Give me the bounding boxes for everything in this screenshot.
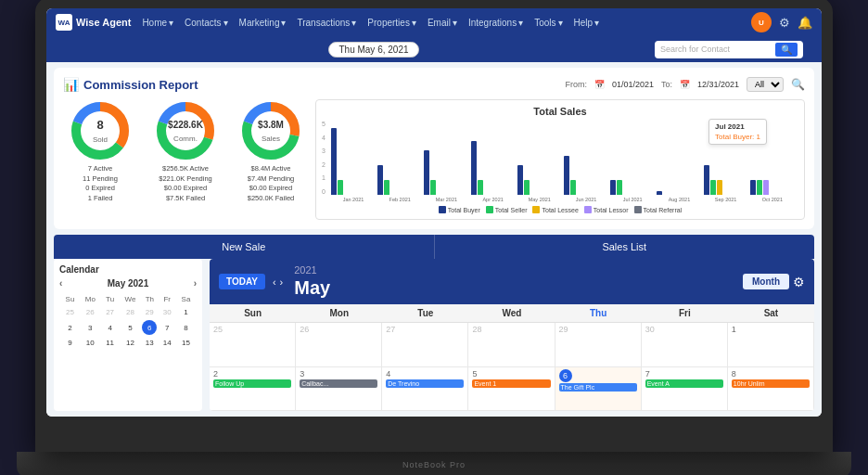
mini-day-12[interactable]: 12 [121,337,141,349]
logo-text: Wise Agent [76,17,131,28]
search-button[interactable]: 🔍 [775,43,798,57]
day-col-sun: Sun [210,304,296,322]
cal-event-followup[interactable]: Follow Up [213,379,291,388]
big-cal-month: May [294,277,330,299]
notification-icon[interactable]: 🔔 [798,16,812,30]
bar-mar [424,150,468,195]
cal-next-arrow[interactable]: › [280,276,284,288]
day-header-sa: Sa [177,294,195,304]
mini-day-5[interactable]: 5 [121,320,141,335]
cal-day-7[interactable]: 7 Event A [642,367,728,412]
mini-day-15[interactable]: 15 [177,337,195,349]
mini-day-2[interactable]: 2 [61,320,79,335]
chart-legend: Total Buyer Total Seller Total Lessee [322,206,798,213]
sales-list-button[interactable]: Sales List [434,235,815,259]
day-header-th: Th [142,294,157,304]
nav-help[interactable]: Help ▾ [572,18,602,28]
nav-transactions[interactable]: Transactions ▾ [295,18,358,28]
new-sale-button[interactable]: New Sale [54,235,434,259]
cal-day-25[interactable]: 25 [210,323,296,367]
chart-title: Total Sales [322,106,798,117]
cal-event-5[interactable]: Event 1 [472,379,550,388]
nav-marketing[interactable]: Marketing ▾ [237,18,288,28]
mini-day-30[interactable]: 30 [159,306,175,318]
bar-aug [657,191,701,195]
to-value: 12/31/2021 [697,80,739,89]
month-view-button[interactable]: Month [743,274,789,289]
mini-day-11[interactable]: 11 [102,337,119,349]
cal-event-detrevino[interactable]: De Trevino [386,379,464,388]
mini-day-9[interactable]: 9 [61,337,79,349]
day-col-wed: Wed [468,304,555,322]
nav-integrations[interactable]: Integrations ▾ [466,18,525,28]
nav-contacts[interactable]: Contacts ▾ [183,18,229,28]
subheader: Thu May 6, 2021 Search for Contact 🔍 [46,36,822,62]
cal-day-26[interactable]: 26 [296,323,382,367]
donut-comm-value: $228.6K Comm. [168,118,203,144]
mini-day-27[interactable]: 27 [102,306,119,318]
day-col-tue: Tue [382,304,468,322]
donut-chart-sold: 8 Sold [69,99,132,162]
bar-may [517,165,562,195]
bar-feb [377,165,422,195]
mini-day-10[interactable]: 10 [81,337,100,349]
cal-day-3[interactable]: 3 Callbac... [296,367,382,412]
bar-jun [564,156,608,195]
big-cal-header: TODAY ‹ › 2021 May Month [210,259,814,304]
donut-chart-sales: $3.8M Sales [239,99,302,162]
cal-event-giftplc[interactable]: The Gift Plc [559,383,637,392]
mini-day-7[interactable]: 7 [159,320,175,335]
cal-settings-icon[interactable]: ⚙ [793,275,805,289]
nav-home[interactable]: Home ▾ [140,18,175,28]
user-avatar[interactable]: U [751,12,772,32]
nav-tools[interactable]: Tools ▾ [532,18,564,28]
mini-day-29[interactable]: 29 [142,306,157,318]
cal-event-10hr[interactable]: 10hr Unlim [732,379,810,388]
search-filter-icon[interactable]: 🔍 [791,78,805,91]
cal-day-6-today[interactable]: 6 The Gift Plc [555,367,642,412]
cal-day-1[interactable]: 1 [728,323,814,367]
cal-day-2[interactable]: 2 Follow Up [210,367,296,412]
mini-day-26[interactable]: 26 [81,306,100,318]
mini-cal-grid: Su Mo Tu We Th Fr Sa [59,292,197,351]
cal-day-28[interactable]: 28 [468,323,555,367]
cal-day-4[interactable]: 4 De Trevino [382,367,468,412]
mini-day-1[interactable]: 1 [177,306,195,318]
donut-comm-stats: $256.5K Active$221.0K Pending$0.00 Expir… [159,164,212,203]
bar-jul [610,180,655,195]
donut-sold-stats: 7 Active11 Pending0 Expired1 Failed [83,164,118,203]
nav-properties[interactable]: Properties ▾ [365,18,418,28]
donut-comm: $228.6K Comm. $256.5K Active$221.0K Pend… [148,99,223,203]
main-area: 📊 Commission Report From: 📅 01/01/2021 T… [46,62,822,417]
mini-cal-header: ‹ May 2021 › [59,278,197,289]
cal-event-3[interactable]: Callbac... [300,379,377,388]
cal-day-30[interactable]: 30 [642,323,728,367]
donut-chart-comm: $228.6K Comm. [154,99,217,162]
mini-day-8[interactable]: 8 [177,320,195,335]
cal-prev-arrow[interactable]: ‹ [273,276,276,288]
filter-select[interactable]: All [747,77,784,92]
mini-cal-next[interactable]: › [194,278,197,289]
nav-email[interactable]: Email ▾ [426,18,459,28]
mini-day-6-today[interactable]: 6 [142,320,157,335]
day-col-mon: Mon [296,304,382,322]
cal-day-5[interactable]: 5 Event 1 [468,367,555,412]
cal-event-7[interactable]: Event A [645,379,723,388]
mini-day-14[interactable]: 14 [159,337,175,349]
mini-day-28[interactable]: 28 [121,306,141,318]
from-value: 01/01/2021 [612,80,654,89]
cal-day-27[interactable]: 27 [382,323,468,367]
date-badge: Thu May 6, 2021 [328,42,418,58]
mini-day-4[interactable]: 4 [102,320,119,335]
mini-day-13[interactable]: 13 [142,337,157,349]
today-button[interactable]: TODAY [219,274,265,289]
mini-day-3[interactable]: 3 [81,320,100,335]
mini-cal-prev[interactable]: ‹ [59,278,62,289]
settings-icon[interactable]: ⚙ [779,16,790,30]
cal-day-29[interactable]: 29 [555,323,642,367]
big-calendar: TODAY ‹ › 2021 May Month [210,259,814,411]
cal-day-8[interactable]: 8 10hr Unlim [728,367,814,412]
mini-calendar: Calendar ‹ May 2021 › Su Mo [54,259,202,411]
mini-cal-month-year: May 2021 [108,278,148,289]
mini-day-25[interactable]: 25 [61,306,79,318]
